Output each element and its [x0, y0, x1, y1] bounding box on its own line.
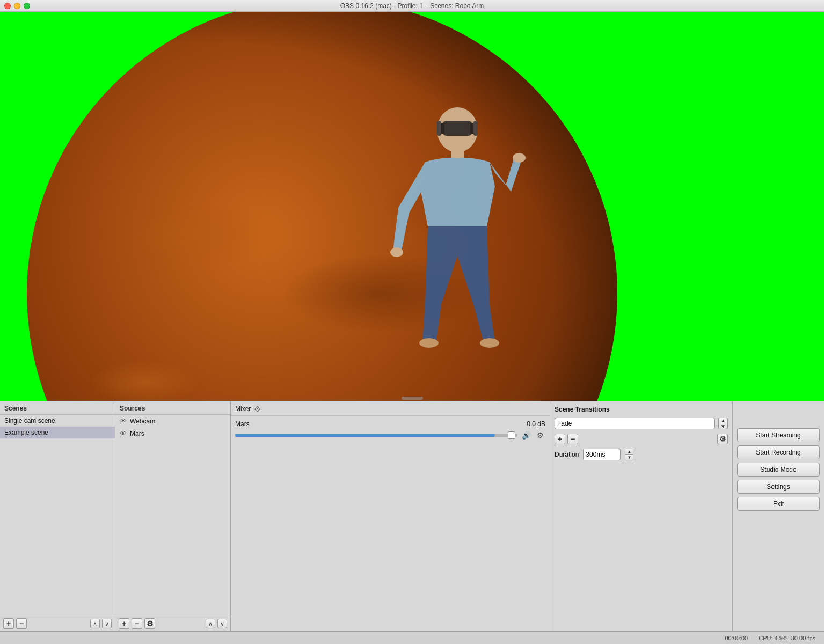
sources-settings-button[interactable]: ⚙ — [144, 618, 155, 629]
mixer-header: Mixer ⚙ — [231, 401, 550, 416]
transition-settings-button[interactable]: ⚙ — [717, 434, 728, 444]
fader-row: 🔊 ⚙ — [235, 430, 545, 441]
svg-rect-1 — [442, 121, 472, 136]
panels-container: Scenes Single cam scene Example scene + … — [0, 401, 824, 644]
sources-header: Sources — [115, 401, 230, 415]
channel-db: 0.0 dB — [527, 420, 545, 428]
scene-item-example[interactable]: Example scene — [0, 427, 115, 438]
mute-button[interactable]: 🔊 — [521, 430, 531, 441]
plus-minus-row: + − ⚙ — [555, 434, 728, 444]
scenes-down-button[interactable]: ∨ — [102, 619, 112, 628]
preview-area — [0, 12, 824, 401]
channel-header: Mars 0.0 dB — [235, 420, 545, 428]
duration-row: Duration ▲ ▼ — [555, 449, 728, 460]
scenes-panel: Scenes Single cam scene Example scene + … — [0, 401, 115, 631]
scenes-header: Scenes — [0, 401, 115, 415]
sources-toolbar: + − ⚙ ∧ ∨ — [115, 616, 230, 631]
status-time: 00:00:00 — [725, 635, 748, 641]
channel-settings-button[interactable]: ⚙ — [535, 430, 545, 441]
person-figure — [382, 100, 533, 369]
start-recording-button[interactable]: Start Recording — [737, 445, 820, 459]
scenes-toolbar: + − ∧ ∨ — [0, 616, 115, 631]
minimize-button[interactable] — [14, 3, 20, 9]
fader-handle[interactable] — [508, 431, 515, 439]
sources-add-button[interactable]: + — [119, 618, 129, 629]
source-item-mars[interactable]: 👁 Mars — [115, 427, 230, 440]
svg-rect-5 — [473, 121, 478, 136]
statusbar: 00:00:00 CPU: 4.9%, 30.00 fps — [0, 631, 824, 644]
close-button[interactable] — [4, 3, 11, 9]
scene-transitions-panel: Scene Transitions Fade Cut Swipe Slide ▲… — [550, 401, 733, 631]
maximize-button[interactable] — [24, 3, 30, 9]
settings-button[interactable]: Settings — [737, 480, 820, 494]
mixer-channel-mars: Mars 0.0 dB 🔊 ⚙ — [231, 416, 550, 445]
svg-rect-4 — [437, 121, 441, 136]
transition-remove-button[interactable]: − — [567, 434, 578, 444]
duration-stepper: ▲ ▼ — [625, 449, 633, 460]
window-title: OBS 0.16.2 (mac) - Profile: 1 – Scenes: … — [340, 2, 484, 10]
fade-row: Fade Cut Swipe Slide ▲▼ — [555, 418, 728, 429]
scene-item-single-cam[interactable]: Single cam scene — [0, 415, 115, 427]
sources-remove-button[interactable]: − — [132, 618, 142, 629]
fade-select[interactable]: Fade Cut Swipe Slide — [555, 418, 715, 429]
mixer-title: Mixer — [235, 405, 251, 413]
traffic-lights — [4, 3, 30, 9]
scene-list: Single cam scene Example scene — [0, 415, 115, 616]
sources-down-button[interactable]: ∨ — [217, 619, 227, 628]
source-mars-label: Mars — [130, 430, 144, 437]
duration-decrement[interactable]: ▼ — [625, 455, 633, 460]
duration-label: Duration — [555, 451, 579, 458]
controls-panel: Start Streaming Start Recording Studio M… — [733, 401, 824, 631]
svg-point-9 — [419, 338, 439, 348]
scenes-up-button[interactable]: ∧ — [90, 619, 100, 628]
titlebar: OBS 0.16.2 (mac) - Profile: 1 – Scenes: … — [0, 0, 824, 12]
fader-track[interactable] — [235, 434, 517, 437]
duration-increment[interactable]: ▲ — [625, 449, 633, 455]
sources-panel: Sources 👁 Webcam 👁 Mars + − ⚙ ∧ ∨ — [115, 401, 231, 631]
panels-row: Scenes Single cam scene Example scene + … — [0, 401, 824, 631]
preview-canvas — [0, 12, 824, 401]
channel-name: Mars — [235, 420, 250, 428]
mixer-settings-icon[interactable]: ⚙ — [254, 405, 261, 413]
transitions-header: Scene Transitions — [555, 406, 728, 413]
eye-icon-mars: 👁 — [120, 429, 127, 437]
source-webcam-label: Webcam — [130, 418, 155, 425]
pm-buttons: + − — [555, 434, 578, 444]
preview-scrollbar[interactable] — [402, 397, 423, 400]
exit-button[interactable]: Exit — [737, 497, 820, 511]
duration-input[interactable] — [583, 449, 621, 460]
svg-point-10 — [480, 338, 499, 348]
fader-fill — [235, 434, 495, 437]
sources-list: 👁 Webcam 👁 Mars — [115, 415, 230, 616]
transition-add-button[interactable]: + — [555, 434, 565, 444]
scenes-add-button[interactable]: + — [3, 618, 14, 629]
sources-up-button[interactable]: ∧ — [206, 619, 215, 628]
fade-select-arrow[interactable]: ▲▼ — [718, 418, 728, 429]
studio-mode-button[interactable]: Studio Mode — [737, 463, 820, 477]
status-cpu: CPU: 4.9%, 30.00 fps — [759, 635, 815, 641]
mixer-panel: Mixer ⚙ Mars 0.0 dB 🔊 ⚙ — [231, 401, 550, 631]
scenes-remove-button[interactable]: − — [16, 618, 27, 629]
svg-point-7 — [390, 247, 403, 257]
eye-icon-webcam: 👁 — [120, 417, 127, 425]
svg-point-8 — [513, 153, 526, 163]
start-streaming-button[interactable]: Start Streaming — [737, 428, 820, 442]
source-item-webcam[interactable]: 👁 Webcam — [115, 415, 230, 427]
